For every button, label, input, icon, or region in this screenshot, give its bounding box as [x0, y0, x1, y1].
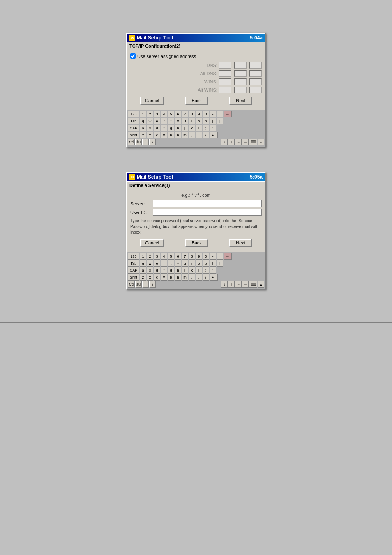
kbd2-m[interactable]: m [182, 274, 188, 281]
kbd2-u[interactable]: u [182, 260, 188, 267]
kbd2-keyboard-icon[interactable]: ⌨ [249, 281, 257, 288]
kbd2-scroll-up[interactable]: ▲ [258, 281, 264, 288]
kbd2-d[interactable]: d [154, 267, 160, 274]
kbd-q[interactable]: q [140, 118, 146, 124]
kbd-shift[interactable]: Shift [128, 132, 139, 138]
kbd2-0[interactable]: 0 [203, 253, 209, 260]
kbd2-backspace[interactable]: ← [224, 253, 232, 260]
alt-wins-input1[interactable] [219, 87, 231, 93]
kbd-u[interactable]: u [182, 118, 188, 124]
kbd2-comma[interactable]: , [189, 274, 195, 281]
kbd-slash[interactable]: / [203, 132, 209, 138]
kbd2-lbracket[interactable]: [ [210, 260, 216, 267]
kbd-b[interactable]: b [168, 132, 174, 138]
kbd-p[interactable]: p [203, 118, 209, 124]
kbd-1[interactable]: 1 [140, 111, 146, 117]
kbd-c[interactable]: c [154, 132, 160, 138]
kbd-period[interactable]: . [196, 132, 202, 138]
kbd-y[interactable]: y [175, 118, 181, 124]
kbd-right-arrow[interactable]: → [242, 139, 249, 145]
kbd-t[interactable]: t [168, 118, 174, 124]
next-button2[interactable]: Next [229, 239, 252, 247]
kbd-l[interactable]: l [196, 125, 202, 131]
kbd2-4[interactable]: 4 [161, 253, 167, 260]
kbd-aue[interactable]: áü [135, 139, 142, 145]
kbd2-equals[interactable]: = [217, 253, 223, 260]
kbd-minus[interactable]: - [210, 111, 216, 117]
kbd-r[interactable]: r [161, 118, 167, 124]
kbd2-semicolon[interactable]: ; [203, 267, 209, 274]
kbd2-backslash[interactable]: \ [149, 281, 156, 288]
kbd2-left-arrow[interactable]: ← [235, 281, 242, 288]
alt-dns-input2[interactable] [234, 70, 247, 77]
kbd-5[interactable]: 5 [168, 111, 174, 117]
kbd-3[interactable]: 3 [154, 111, 160, 117]
kbd-123[interactable]: 123 [128, 111, 139, 117]
kbd-s[interactable]: s [147, 125, 153, 131]
kbd-e[interactable]: e [154, 118, 160, 124]
kbd-d[interactable]: d [154, 125, 160, 131]
kbd2-n[interactable]: n [175, 274, 181, 281]
kbd-0[interactable]: 0 [203, 111, 209, 117]
dns-input3[interactable] [249, 62, 262, 69]
kbd2-cap[interactable]: CAP [128, 267, 139, 274]
kbd-comma[interactable]: , [189, 132, 195, 138]
kbd2-slash[interactable]: / [203, 274, 209, 281]
next-button[interactable]: Next [229, 97, 252, 105]
userid-input[interactable] [153, 209, 262, 216]
kbd-keyboard-icon[interactable]: ⌨ [249, 139, 257, 145]
kbd2-j[interactable]: j [182, 267, 188, 274]
kbd2-v[interactable]: v [161, 274, 167, 281]
kbd-scroll-up[interactable]: ▲ [258, 139, 264, 145]
kbd-lbracket[interactable]: [ [210, 118, 216, 124]
kbd2-quote[interactable]: ' [210, 267, 216, 274]
kbd-rbracket[interactable]: ] [217, 118, 223, 124]
kbd-up-arrow[interactable]: ↑ [228, 139, 235, 145]
dns-input1[interactable] [219, 62, 231, 69]
kbd-8[interactable]: 8 [189, 111, 195, 117]
kbd2-x[interactable]: x [147, 274, 153, 281]
kbd-j[interactable]: j [182, 125, 188, 131]
kbd2-p[interactable]: p [203, 260, 209, 267]
kbd-backtick[interactable]: ` [142, 139, 149, 145]
kbd2-period[interactable]: . [196, 274, 202, 281]
kbd2-minus[interactable]: - [210, 253, 216, 260]
kbd2-l[interactable]: l [196, 267, 202, 274]
alt-dns-input1[interactable] [219, 70, 231, 77]
kbd-down-arrow[interactable]: ↓ [221, 139, 228, 145]
kbd-6[interactable]: 6 [175, 111, 181, 117]
kbd-f[interactable]: f [161, 125, 167, 131]
kbd2-shift[interactable]: Shift [128, 274, 139, 281]
kbd-i[interactable]: i [189, 118, 195, 124]
kbd-h[interactable]: h [175, 125, 181, 131]
kbd2-a[interactable]: a [140, 267, 146, 274]
kbd-k[interactable]: k [189, 125, 195, 131]
kbd2-7[interactable]: 7 [182, 253, 188, 260]
kbd-backslash[interactable]: \ [149, 139, 156, 145]
kbd2-b[interactable]: b [168, 274, 174, 281]
kbd2-e[interactable]: e [154, 260, 160, 267]
kbd-left-arrow[interactable]: ← [235, 139, 242, 145]
back-button[interactable]: Back [185, 97, 208, 105]
kbd2-8[interactable]: 8 [189, 253, 195, 260]
kbd-x[interactable]: x [147, 132, 153, 138]
kbd2-q[interactable]: q [140, 260, 146, 267]
kbd2-down-arrow[interactable]: ↓ [221, 281, 228, 288]
kbd-backspace[interactable]: ← [224, 111, 232, 117]
wins-input3[interactable] [249, 78, 262, 85]
kbd2-s[interactable]: s [147, 267, 153, 274]
kbd2-6[interactable]: 6 [175, 253, 181, 260]
kbd2-tab[interactable]: Tab [128, 260, 139, 267]
kbd2-1[interactable]: 1 [140, 253, 146, 260]
alt-dns-input3[interactable] [249, 70, 262, 77]
kbd2-h[interactable]: h [175, 267, 181, 274]
kbd-tab[interactable]: Tab [128, 118, 139, 124]
use-server-checkbox[interactable] [130, 53, 136, 59]
kbd2-t[interactable]: t [168, 260, 174, 267]
kbd-semicolon[interactable]: ; [203, 125, 209, 131]
kbd-equals[interactable]: = [217, 111, 223, 117]
kbd2-o[interactable]: o [196, 260, 202, 267]
kbd-enter[interactable]: ↵ [210, 132, 218, 138]
kbd-2[interactable]: 2 [147, 111, 153, 117]
kbd-7[interactable]: 7 [182, 111, 188, 117]
